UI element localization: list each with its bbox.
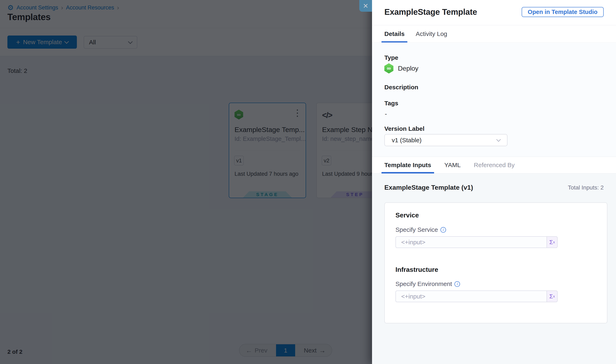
sigma-icon: Σ [549, 239, 553, 246]
service-section-title: Service [396, 211, 419, 219]
specify-environment-label: Specify Environment [396, 280, 452, 287]
sigma-sup: x [553, 295, 555, 298]
template-inputs-panel: ExampleStage Template (v1) Total Inputs:… [372, 173, 616, 364]
inputs-heading: ExampleStage Template (v1) [384, 184, 473, 191]
inputs-form-card: Service Specify Service i Σx Infrastruct… [384, 202, 607, 323]
tags-value: - [385, 110, 387, 118]
close-drawer-button[interactable]: ✕ [359, 0, 372, 12]
drawer-inner-tabs: Template Inputs YAML Referenced By [372, 157, 616, 173]
info-icon[interactable]: i [440, 227, 446, 233]
chevron-down-icon [496, 137, 501, 142]
sigma-icon: Σ [549, 293, 553, 300]
open-template-studio-button[interactable]: Open in Template Studio [522, 7, 604, 17]
tab-activity-log[interactable]: Activity Log [416, 25, 447, 42]
tab-yaml[interactable]: YAML [444, 157, 461, 173]
specify-environment-label-row: Specify Environment i [396, 280, 460, 287]
infrastructure-section-title: Infrastructure [396, 266, 438, 273]
environment-input[interactable] [396, 290, 547, 302]
template-details-drawer: ✕ ExampleStage Template Open in Template… [372, 0, 616, 364]
info-icon[interactable]: i [454, 281, 460, 287]
drawer-title: ExampleStage Template [384, 7, 477, 17]
tab-referenced-by[interactable]: Referenced By [474, 157, 514, 173]
infinity-icon: ∞ [387, 65, 391, 72]
expression-toggle-button[interactable]: Σx [547, 236, 558, 248]
description-label: Description [384, 84, 418, 91]
version-select[interactable]: v1 (Stable) [384, 134, 507, 146]
tags-label: Tags [384, 100, 398, 107]
details-section: Type ∞ Deploy Description Tags - Version… [372, 43, 616, 157]
type-label: Type [384, 54, 398, 61]
specify-service-label-row: Specify Service i [396, 226, 446, 233]
drawer-tabs: Details Activity Log [372, 25, 616, 42]
sigma-sup: x [553, 240, 555, 244]
tab-template-inputs[interactable]: Template Inputs [384, 157, 431, 173]
cd-module-icon: ∞ [384, 63, 393, 74]
drawer-header: ExampleStage Template Open in Template S… [372, 0, 616, 25]
inputs-header: ExampleStage Template (v1) Total Inputs:… [384, 184, 604, 191]
specify-service-label: Specify Service [396, 226, 438, 233]
close-icon: ✕ [363, 2, 369, 10]
tab-details[interactable]: Details [384, 25, 405, 42]
service-input-row: Σx [396, 236, 558, 248]
service-input[interactable] [396, 236, 547, 248]
type-value-row: ∞ Deploy [384, 63, 418, 74]
version-label: Version Label [384, 125, 424, 132]
type-value: Deploy [398, 65, 418, 72]
environment-input-row: Σx [396, 290, 558, 302]
expression-toggle-button[interactable]: Σx [547, 290, 558, 302]
version-select-value: v1 (Stable) [392, 137, 422, 144]
inputs-total: Total Inputs: 2 [568, 184, 604, 191]
